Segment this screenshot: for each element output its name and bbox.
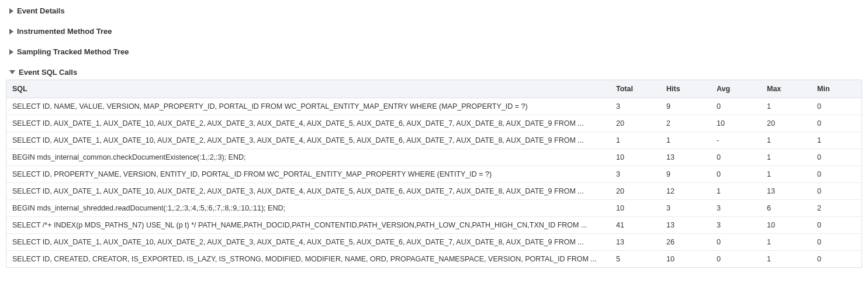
cell-min: 0 <box>811 251 862 268</box>
chevron-right-icon <box>9 29 13 35</box>
col-total[interactable]: Total <box>610 80 660 98</box>
table-row[interactable]: SELECT ID, CREATED, CREATOR, IS_EXPORTED… <box>6 251 862 268</box>
section-title: Sampling Tracked Method Tree <box>17 48 129 56</box>
cell-min: 0 <box>811 115 862 132</box>
cell-avg: 0 <box>711 166 761 183</box>
cell-total: 41 <box>610 217 660 234</box>
cell-min: 0 <box>811 98 862 115</box>
table-row[interactable]: SELECT ID, AUX_DATE_1, AUX_DATE_10, AUX_… <box>6 115 862 132</box>
cell-total: 10 <box>610 149 660 166</box>
cell-min: 0 <box>811 234 862 251</box>
cell-min: 0 <box>811 183 862 200</box>
chevron-right-icon <box>9 8 13 14</box>
cell-sql: SELECT ID, CREATED, CREATOR, IS_EXPORTED… <box>6 251 610 268</box>
cell-total: 5 <box>610 251 660 268</box>
cell-max: 20 <box>761 115 811 132</box>
cell-hits: 1 <box>660 132 711 149</box>
cell-hits: 9 <box>660 98 711 115</box>
cell-hits: 13 <box>660 149 711 166</box>
col-min[interactable]: Min <box>811 80 862 98</box>
cell-total: 13 <box>610 234 660 251</box>
cell-sql: SELECT ID, AUX_DATE_1, AUX_DATE_10, AUX_… <box>6 234 610 251</box>
cell-max: 1 <box>761 251 811 268</box>
cell-max: 1 <box>761 98 811 115</box>
table-row[interactable]: SELECT /*+ INDEX(p MDS_PATHS_N7) USE_NL … <box>6 217 862 234</box>
cell-hits: 10 <box>660 251 711 268</box>
cell-min: 1 <box>811 132 862 149</box>
section-instrumented-method-tree[interactable]: Instrumented Method Tree <box>9 27 862 35</box>
cell-max: 6 <box>761 200 811 217</box>
cell-min: 0 <box>811 217 862 234</box>
table-row[interactable]: SELECT ID, AUX_DATE_1, AUX_DATE_10, AUX_… <box>6 183 862 200</box>
cell-avg: 10 <box>711 115 761 132</box>
cell-sql: SELECT /*+ INDEX(p MDS_PATHS_N7) USE_NL … <box>6 217 610 234</box>
cell-max: 1 <box>761 166 811 183</box>
table-row[interactable]: SELECT ID, NAME, VALUE, VERSION, MAP_PRO… <box>6 98 862 115</box>
cell-sql: SELECT ID, NAME, VALUE, VERSION, MAP_PRO… <box>6 98 610 115</box>
cell-sql: BEGIN mds_internal_shredded.readDocument… <box>6 200 610 217</box>
cell-avg: 3 <box>711 200 761 217</box>
cell-total: 1 <box>610 132 660 149</box>
cell-sql: SELECT ID, PROPERTY_NAME, VERSION, ENTIT… <box>6 166 610 183</box>
chevron-down-icon <box>9 70 15 74</box>
table-row[interactable]: SELECT ID, AUX_DATE_1, AUX_DATE_10, AUX_… <box>6 132 862 149</box>
cell-sql: SELECT ID, AUX_DATE_1, AUX_DATE_10, AUX_… <box>6 132 610 149</box>
sql-calls-table: SQL Total Hits Avg Max Min SELECT ID, NA… <box>6 80 862 268</box>
section-title: Instrumented Method Tree <box>17 27 112 35</box>
cell-min: 0 <box>811 149 862 166</box>
section-title: Event SQL Calls <box>19 68 77 76</box>
section-sampling-tracked-method-tree[interactable]: Sampling Tracked Method Tree <box>9 48 862 56</box>
col-max[interactable]: Max <box>761 80 811 98</box>
cell-avg: 1 <box>711 183 761 200</box>
cell-total: 3 <box>610 166 660 183</box>
cell-max: 1 <box>761 149 811 166</box>
cell-sql: BEGIN mds_internal_common.checkDocumentE… <box>6 149 610 166</box>
col-hits[interactable]: Hits <box>660 80 711 98</box>
col-sql[interactable]: SQL <box>6 80 610 98</box>
cell-avg: 0 <box>711 251 761 268</box>
cell-avg: 3 <box>711 217 761 234</box>
col-avg[interactable]: Avg <box>711 80 761 98</box>
cell-hits: 3 <box>660 200 711 217</box>
cell-avg: 0 <box>711 149 761 166</box>
cell-hits: 9 <box>660 166 711 183</box>
table-row[interactable]: SELECT ID, AUX_DATE_1, AUX_DATE_10, AUX_… <box>6 234 862 251</box>
section-title: Event Details <box>17 7 65 15</box>
table-row[interactable]: BEGIN mds_internal_common.checkDocumentE… <box>6 149 862 166</box>
cell-total: 20 <box>610 115 660 132</box>
cell-sql: SELECT ID, AUX_DATE_1, AUX_DATE_10, AUX_… <box>6 115 610 132</box>
cell-avg: - <box>711 132 761 149</box>
cell-total: 10 <box>610 200 660 217</box>
section-event-sql-calls[interactable]: Event SQL Calls <box>9 68 862 76</box>
cell-total: 3 <box>610 98 660 115</box>
section-event-details[interactable]: Event Details <box>9 7 862 15</box>
cell-min: 0 <box>811 166 862 183</box>
cell-max: 10 <box>761 217 811 234</box>
table-row[interactable]: SELECT ID, PROPERTY_NAME, VERSION, ENTIT… <box>6 166 862 183</box>
table-header-row: SQL Total Hits Avg Max Min <box>6 80 862 98</box>
cell-hits: 13 <box>660 217 711 234</box>
cell-total: 20 <box>610 183 660 200</box>
cell-hits: 2 <box>660 115 711 132</box>
cell-max: 1 <box>761 234 811 251</box>
cell-max: 13 <box>761 183 811 200</box>
table-row[interactable]: BEGIN mds_internal_shredded.readDocument… <box>6 200 862 217</box>
cell-avg: 0 <box>711 234 761 251</box>
cell-sql: SELECT ID, AUX_DATE_1, AUX_DATE_10, AUX_… <box>6 183 610 200</box>
cell-avg: 0 <box>711 98 761 115</box>
cell-hits: 26 <box>660 234 711 251</box>
cell-max: 1 <box>761 132 811 149</box>
chevron-right-icon <box>9 49 13 55</box>
cell-hits: 12 <box>660 183 711 200</box>
cell-min: 2 <box>811 200 862 217</box>
